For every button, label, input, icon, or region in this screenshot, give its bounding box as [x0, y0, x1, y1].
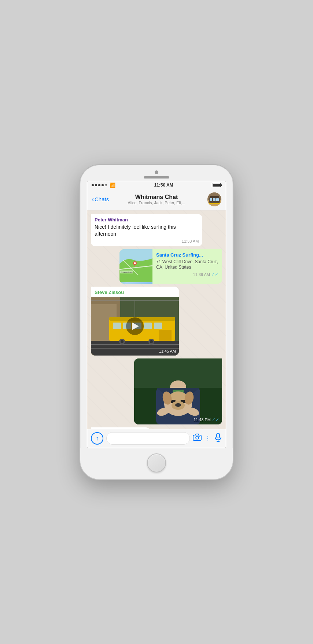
- camera-icon: [193, 433, 202, 442]
- status-bar: 📶 11:50 AM: [87, 181, 226, 189]
- back-button[interactable]: ‹ Chats: [92, 195, 109, 203]
- signal-area: 📶: [92, 183, 115, 188]
- message-time-peter: 11:38 AM: [95, 239, 199, 243]
- signal-dot-4: [102, 184, 104, 186]
- location-time: 11:39 AM ✓✓: [156, 272, 218, 277]
- microphone-icon: [214, 433, 222, 442]
- chat-subtitle: Alice, Francis, Jack, Peter, Eli,...: [128, 200, 185, 205]
- svg-text:Steamer Lane: Steamer Lane: [121, 271, 133, 273]
- svg-rect-4: [210, 198, 212, 201]
- svg-rect-53: [199, 436, 200, 437]
- power-button[interactable]: [233, 239, 233, 264]
- location-timestamp: 11:39 AM: [193, 272, 210, 277]
- signal-dot-5: [105, 184, 107, 186]
- input-bar: ↑ ⋮: [87, 429, 226, 448]
- battery-fill: [213, 184, 220, 187]
- earpiece-speaker: [144, 176, 169, 179]
- svg-point-46: [175, 403, 181, 407]
- svg-rect-7: [207, 203, 221, 204]
- sender-name-peter: Peter Whitman: [95, 217, 199, 222]
- svg-point-33: [150, 340, 153, 343]
- battery-icon: [212, 183, 221, 187]
- avatar-image: [207, 192, 221, 206]
- location-name: Santa Cruz Surfing...: [156, 252, 218, 258]
- svg-rect-24: [113, 323, 121, 329]
- message-steve-video: Steve Zissou: [91, 287, 179, 356]
- message-francis-emoji: Francis Whitman 😊 😍 🐶 11:49 PM: [91, 427, 150, 429]
- location-bubble: Steamer Lane Santa Cruz Surfing... 71 We…: [119, 249, 222, 284]
- message-input[interactable]: [106, 432, 190, 445]
- video-sender-label: Steve Zissou: [91, 287, 179, 297]
- signal-dot-3: [98, 184, 100, 186]
- mute-button[interactable]: [80, 224, 80, 235]
- photo-time-overlay: 11:48 PM ✓✓: [194, 417, 219, 422]
- navigation-bar: ‹ Chats Whitmans Chat Alice, Francis, Ja…: [87, 189, 226, 210]
- video-time-overlay: 11:45 AM: [159, 349, 176, 353]
- photo-svg: [134, 358, 222, 424]
- home-button[interactable]: [147, 453, 166, 472]
- message-photo-outgoing: 11:48 PM ✓✓: [134, 358, 222, 424]
- photo-timestamp: 11:48 PM: [194, 417, 211, 422]
- play-icon: [132, 323, 139, 330]
- group-avatar[interactable]: [207, 192, 221, 206]
- photo-check-icon: ✓✓: [212, 417, 219, 422]
- chat-messages-area: Peter Whitman Nice! I definitely feel li…: [87, 210, 226, 429]
- camera-button[interactable]: [193, 433, 202, 444]
- video-thumbnail[interactable]: 11:45 AM: [91, 297, 179, 356]
- back-label: Chats: [95, 196, 109, 202]
- svg-rect-23: [109, 317, 175, 321]
- video-bubble: Steve Zissou: [91, 287, 179, 356]
- phone-bottom: [80, 448, 233, 479]
- volume-down-button[interactable]: [80, 261, 80, 279]
- location-map-preview: Steamer Lane: [119, 249, 152, 284]
- phone-notch: [80, 165, 233, 181]
- svg-rect-3: [210, 196, 219, 198]
- location-address: 71 West Cliff Drive, Santa Cruz, CA, Uni…: [156, 259, 218, 271]
- volume-up-button[interactable]: [80, 239, 80, 257]
- bubble-peter-text: Peter Whitman Nice! I definitely feel li…: [91, 214, 202, 246]
- svg-rect-54: [217, 433, 220, 438]
- location-info: Santa Cruz Surfing... 71 West Cliff Driv…: [152, 249, 222, 284]
- battery-indicator: [212, 183, 221, 187]
- svg-point-52: [196, 436, 199, 439]
- signal-dot-1: [92, 184, 94, 186]
- svg-rect-29: [159, 330, 172, 341]
- svg-rect-27: [144, 323, 152, 329]
- message-peter-text: Peter Whitman Nice! I definitely feel li…: [91, 214, 202, 246]
- chat-title: Whitmans Chat: [128, 194, 185, 200]
- front-camera: [155, 170, 158, 174]
- more-options-button[interactable]: ⋮: [205, 434, 211, 442]
- chevron-left-icon: ‹: [92, 195, 94, 203]
- sender-name-steve: Steve Zissou: [95, 290, 124, 295]
- status-time: 11:50 AM: [154, 183, 173, 188]
- play-button[interactable]: [126, 317, 144, 335]
- microphone-button[interactable]: [214, 433, 222, 444]
- svg-rect-6: [216, 198, 219, 201]
- svg-point-31: [121, 340, 124, 343]
- upload-icon: ↑: [96, 435, 99, 442]
- signal-dot-2: [95, 184, 97, 186]
- double-check-icon: ✓✓: [211, 272, 218, 277]
- phone-screen: 📶 11:50 AM ‹ Chats Whitmans Chat Alice, …: [87, 181, 226, 448]
- upload-button[interactable]: ↑: [91, 432, 103, 445]
- svg-rect-28: [154, 323, 162, 329]
- nav-title-area: Whitmans Chat Alice, Francis, Jack, Pete…: [128, 194, 185, 205]
- wifi-icon: 📶: [110, 183, 115, 188]
- svg-rect-5: [213, 198, 216, 201]
- phone-frame: 📶 11:50 AM ‹ Chats Whitmans Chat Alice, …: [80, 165, 233, 480]
- photo-bubble: 11:48 PM ✓✓: [134, 358, 222, 424]
- map-svg: Steamer Lane: [119, 249, 152, 282]
- emoji-bubble: Francis Whitman 😊 😍 🐶 11:49 PM: [91, 427, 150, 429]
- message-location: Steamer Lane Santa Cruz Surfing... 71 We…: [119, 249, 222, 284]
- photo-thumbnail[interactable]: 11:48 PM ✓✓: [134, 358, 222, 424]
- svg-point-14: [134, 262, 136, 264]
- message-text-peter: Nice! I definitely feel like surfing thi…: [95, 224, 199, 238]
